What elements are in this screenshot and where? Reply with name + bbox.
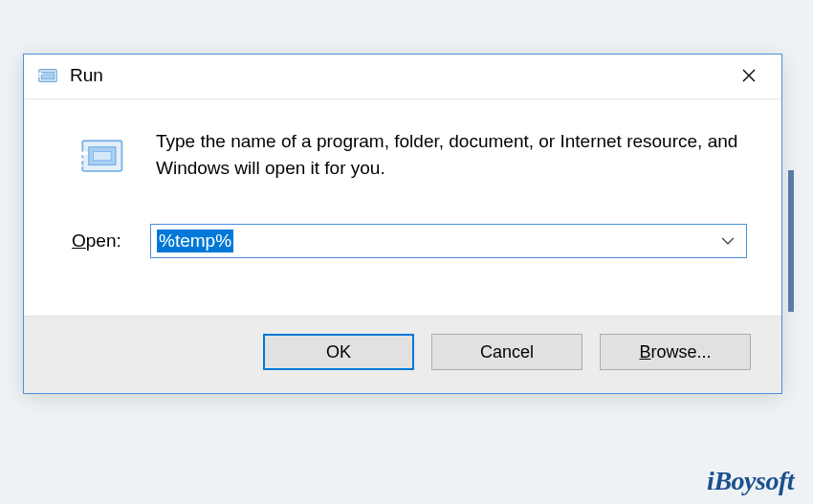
run-icon (72, 130, 129, 184)
cancel-button-label: Cancel (480, 342, 534, 362)
open-combobox[interactable]: %temp% (150, 224, 747, 258)
open-input-row: Open: %temp% (72, 224, 747, 258)
chevron-down-icon[interactable] (721, 231, 735, 252)
svg-rect-4 (94, 151, 112, 160)
dialog-body: Type the name of a program, folder, docu… (24, 99, 781, 316)
open-label: Open: (72, 230, 129, 252)
browse-button-label: Browse... (639, 342, 711, 362)
ok-button-label: OK (326, 342, 351, 362)
cancel-button[interactable]: Cancel (431, 334, 582, 370)
browse-button[interactable]: Browse... (600, 334, 751, 370)
close-button[interactable] (726, 60, 772, 91)
description-row: Type the name of a program, folder, docu… (72, 128, 747, 184)
button-row: OK Cancel Browse... (24, 316, 781, 393)
run-dialog: Run Type the name of a program, folder, … (23, 54, 782, 394)
run-title-icon (35, 63, 60, 88)
title-bar: Run (24, 55, 781, 99)
close-icon (741, 68, 757, 83)
open-input-value: %temp% (157, 230, 233, 252)
dialog-title: Run (70, 65, 726, 86)
dialog-description: Type the name of a program, folder, docu… (156, 128, 747, 181)
ok-button[interactable]: OK (263, 334, 414, 370)
background-accent (788, 170, 794, 312)
svg-rect-1 (42, 72, 55, 78)
watermark: iBoysoft (707, 466, 794, 496)
